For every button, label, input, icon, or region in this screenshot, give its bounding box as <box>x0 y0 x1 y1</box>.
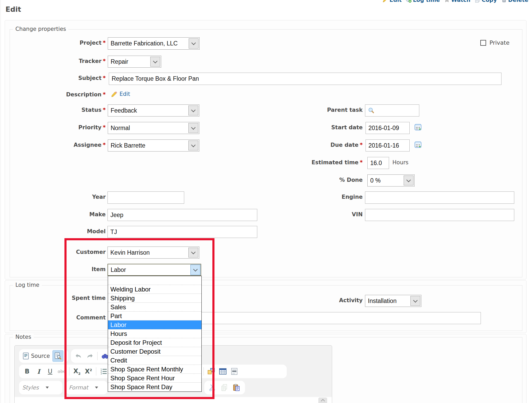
priority-label: Priority* <box>16 124 106 131</box>
bold-button[interactable]: B <box>22 366 32 377</box>
undo-icon <box>75 353 82 359</box>
preview-button[interactable] <box>52 350 63 362</box>
customer-label: Customer <box>16 249 106 255</box>
styles-combo[interactable]: Styles <box>19 381 62 394</box>
chevron-down-icon[interactable] <box>188 248 198 258</box>
horizontal-rule-button[interactable] <box>229 366 239 377</box>
numbered-list-icon: 123 <box>100 368 107 375</box>
chevron-down-icon[interactable] <box>188 106 198 115</box>
make-input[interactable]: Jeep <box>107 209 257 221</box>
activity-label: Activity <box>287 297 363 303</box>
change-properties-fieldset: Change properties <box>10 29 522 277</box>
tracker-select[interactable]: Repair <box>108 56 161 68</box>
description-label: Description* <box>16 91 106 98</box>
strikethrough-button[interactable]: abc <box>57 366 67 377</box>
undo-button[interactable] <box>74 351 83 361</box>
chevron-down-icon[interactable] <box>190 265 200 275</box>
edit-action-link[interactable]: Edit <box>382 0 402 3</box>
chevron-down-icon[interactable] <box>188 141 198 150</box>
paste-button[interactable] <box>231 382 241 393</box>
priority-select[interactable]: Normal <box>108 122 199 134</box>
make-label: Make <box>16 211 106 218</box>
copy-button[interactable] <box>219 382 229 393</box>
toolbar-collapse-button[interactable] <box>318 398 327 403</box>
image-button[interactable] <box>206 366 216 377</box>
description-edit-link[interactable]: Edit <box>119 91 130 97</box>
table-button[interactable] <box>218 366 228 377</box>
calendar-icon[interactable] <box>414 124 422 131</box>
copy-action-link[interactable]: Copy <box>475 0 497 3</box>
model-input[interactable]: TJ <box>107 226 257 238</box>
delete-action-link[interactable]: Delete <box>501 0 528 3</box>
parent-task-label: Parent task <box>287 107 363 113</box>
parent-task-input[interactable] <box>365 104 419 116</box>
assignee-select[interactable]: Rick Barrette <box>108 139 199 151</box>
content-left-border <box>1 0 1 403</box>
vin-input[interactable] <box>365 209 514 221</box>
percent-done-select[interactable]: 0 % <box>367 174 415 186</box>
subject-label: Subject* <box>16 75 106 81</box>
status-select[interactable]: Feedback <box>108 104 199 116</box>
chevron-down-icon[interactable] <box>188 123 198 133</box>
customer-select[interactable]: Kevin Harrison <box>107 247 199 259</box>
estimated-time-input[interactable]: 16.0 <box>367 157 389 169</box>
dropdown-option[interactable]: Deposit for Project <box>108 338 201 347</box>
watch-action-link[interactable]: Watch <box>444 0 470 3</box>
italic-button[interactable]: I <box>34 366 44 377</box>
dropdown-option[interactable]: Shipping <box>108 294 201 303</box>
item-select[interactable]: Labor <box>107 264 201 276</box>
dropdown-option[interactable]: Shop Space Rent Hour <box>108 374 201 383</box>
subscript-button[interactable]: X2 <box>72 366 82 377</box>
start-date-label: Start date <box>287 124 363 131</box>
editor-content-area[interactable] <box>15 397 332 403</box>
dropdown-option[interactable]: Credit <box>108 356 201 365</box>
pencil-icon <box>382 0 388 3</box>
project-label: Project* <box>16 40 106 46</box>
calendar-icon[interactable] <box>414 141 422 148</box>
underline-button[interactable]: U <box>45 366 55 377</box>
dropdown-option[interactable]: Shop Space Rent Day <box>108 383 201 392</box>
superscript-button[interactable]: X2 <box>83 366 93 377</box>
year-input[interactable] <box>107 191 184 204</box>
table-icon <box>219 368 227 375</box>
dropdown-option[interactable]: Part <box>108 312 201 320</box>
tracker-label: Tracker* <box>16 58 106 64</box>
image-icon <box>207 368 215 375</box>
start-date-input[interactable]: 2016-01-09 <box>366 122 410 134</box>
cut-button[interactable] <box>207 382 217 393</box>
star-icon <box>444 0 450 3</box>
chevron-down-icon <box>95 387 98 389</box>
activity-select[interactable]: Installation <box>365 295 421 307</box>
due-date-label: Due date* <box>287 142 363 148</box>
chevron-down-icon[interactable] <box>404 176 414 185</box>
log-time-action-link[interactable]: Log time <box>406 0 440 3</box>
chevron-down-icon[interactable] <box>189 38 199 49</box>
project-select[interactable]: Barrette Fabrication, LLC <box>108 37 200 50</box>
dropdown-option-selected[interactable]: Labor <box>108 320 201 329</box>
engine-input[interactable] <box>365 191 514 204</box>
dropdown-option[interactable]: Customer Deposit <box>108 347 201 356</box>
chevron-down-icon[interactable] <box>150 57 160 67</box>
dropdown-option[interactable]: Shop Space Rent Monthly <box>108 365 201 374</box>
clock-plus-icon <box>406 0 411 3</box>
comment-label: Comment <box>16 314 106 321</box>
redo-button[interactable] <box>85 351 94 361</box>
private-checkbox[interactable] <box>480 40 486 46</box>
subject-input[interactable]: Replace Torque Box & Floor Pan <box>109 73 501 85</box>
due-date-input[interactable]: 2016-01-16 <box>366 139 410 151</box>
issue-action-bar: Edit Log time Watch Copy Delete <box>382 0 528 3</box>
dropdown-option[interactable]: Hours <box>108 329 201 338</box>
source-button[interactable]: Source <box>22 351 50 361</box>
chevron-down-icon <box>46 387 49 389</box>
format-combo[interactable]: Format <box>66 381 107 394</box>
svg-text:3: 3 <box>100 372 102 375</box>
paste-icon <box>233 384 240 391</box>
numbered-list-button[interactable]: 123 <box>99 366 109 377</box>
redo-icon <box>86 353 93 359</box>
dropdown-option[interactable]: Welding Labor <box>108 285 201 294</box>
pencil-icon <box>111 91 117 98</box>
dropdown-option[interactable] <box>108 276 201 285</box>
toolbar-group-source: Source <box>19 349 68 363</box>
dropdown-option[interactable]: Sales <box>108 303 201 312</box>
chevron-down-icon[interactable] <box>410 296 420 306</box>
